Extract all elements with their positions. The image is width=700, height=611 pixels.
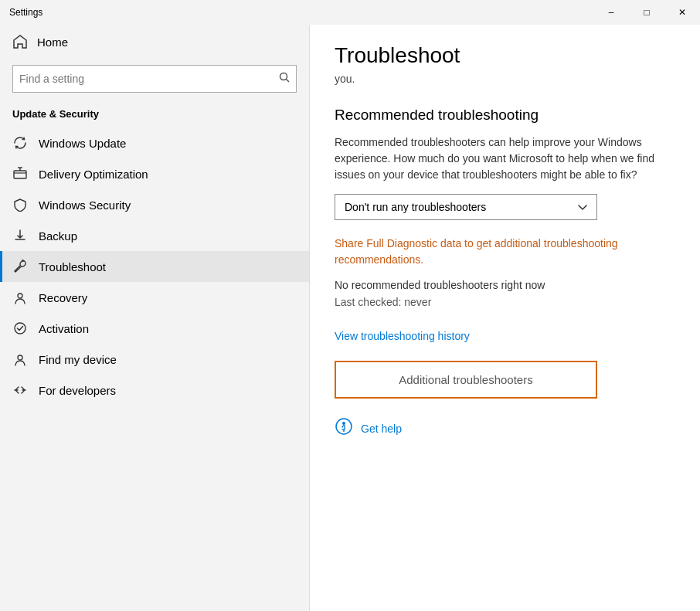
recovery-icon	[12, 290, 28, 305]
get-help-icon	[335, 417, 353, 440]
recommended-heading: Recommended troubleshooting	[335, 107, 675, 124]
troubleshooter-dropdown[interactable]: Don't run any troubleshooters	[335, 194, 597, 220]
nav-label-recovery: Recovery	[39, 291, 87, 304]
svg-point-3	[18, 294, 22, 298]
delivery-icon	[12, 166, 28, 182]
get-help-row[interactable]: Get help	[335, 417, 675, 440]
svg-point-8	[343, 430, 345, 432]
activation-icon	[12, 321, 28, 336]
search-box-container	[0, 59, 309, 102]
sidebar-item-find-my-device[interactable]: Find my device	[0, 344, 309, 375]
search-box[interactable]	[12, 65, 297, 93]
last-checked-text: Last checked: never	[335, 296, 675, 308]
nav-label-activation: Activation	[39, 322, 89, 335]
home-label: Home	[37, 36, 68, 49]
sidebar-item-for-developers[interactable]: For developers	[0, 375, 309, 406]
main-content: Troubleshoot you. Recommended troublesho…	[310, 25, 700, 611]
app-title: Settings	[9, 7, 42, 18]
get-help-label[interactable]: Get help	[361, 423, 402, 435]
sidebar-item-recovery[interactable]: Recovery	[0, 282, 309, 313]
maximize-button[interactable]: □	[629, 0, 664, 25]
page-subtitle: you.	[335, 73, 675, 85]
svg-line-1	[287, 80, 290, 83]
sidebar-item-activation[interactable]: Activation	[0, 313, 309, 344]
sidebar-section-title: Update & Security	[0, 102, 309, 127]
recommended-description: Recommended troubleshooters can help imp…	[335, 134, 675, 183]
wrench-icon	[12, 259, 28, 274]
svg-point-4	[15, 323, 25, 334]
no-troubleshooters-text: No recommended troubleshooters right now	[335, 279, 675, 291]
nav-label-windows-update: Windows Update	[39, 137, 126, 150]
search-icon	[279, 72, 290, 86]
minimize-button[interactable]: –	[593, 0, 629, 25]
shield-icon	[12, 197, 28, 212]
svg-point-5	[18, 355, 22, 360]
svg-rect-2	[14, 171, 26, 178]
sidebar-item-backup[interactable]: Backup	[0, 220, 309, 251]
nav-label-find-my-device: Find my device	[39, 353, 117, 366]
app-body: Home Update & Security	[0, 25, 700, 611]
view-history-link[interactable]: View troubleshooting history	[335, 330, 675, 342]
refresh-icon	[12, 135, 28, 151]
window-controls: – □ ✕	[593, 0, 700, 25]
sidebar-item-home[interactable]: Home	[0, 25, 309, 59]
developers-icon	[12, 382, 28, 398]
share-diagnostic-link[interactable]: Share Full Diagnostic data to get additi…	[335, 236, 675, 268]
nav-label-for-developers: For developers	[39, 384, 116, 397]
sidebar-item-windows-update[interactable]: Windows Update	[0, 127, 309, 158]
chevron-down-icon	[578, 201, 587, 213]
close-button[interactable]: ✕	[664, 0, 700, 25]
titlebar: Settings – □ ✕	[0, 0, 700, 25]
svg-point-7	[342, 422, 345, 425]
sidebar-item-troubleshoot[interactable]: Troubleshoot	[0, 251, 309, 282]
search-input[interactable]	[19, 73, 279, 85]
nav-label-troubleshoot: Troubleshoot	[39, 260, 106, 273]
additional-troubleshooters-button[interactable]: Additional troubleshooters	[335, 361, 597, 399]
page-title: Troubleshoot	[335, 43, 675, 68]
sidebar-item-delivery-optimization[interactable]: Delivery Optimization	[0, 158, 309, 189]
find-device-icon	[12, 351, 28, 367]
dropdown-value: Don't run any troubleshooters	[345, 201, 486, 213]
home-icon	[12, 34, 28, 49]
nav-label-windows-security: Windows Security	[39, 199, 131, 212]
sidebar-item-windows-security[interactable]: Windows Security	[0, 189, 309, 220]
sidebar: Home Update & Security	[0, 25, 309, 611]
nav-label-backup: Backup	[39, 229, 77, 243]
backup-icon	[12, 228, 28, 243]
svg-point-0	[280, 73, 287, 80]
nav-label-delivery-optimization: Delivery Optimization	[39, 168, 148, 181]
